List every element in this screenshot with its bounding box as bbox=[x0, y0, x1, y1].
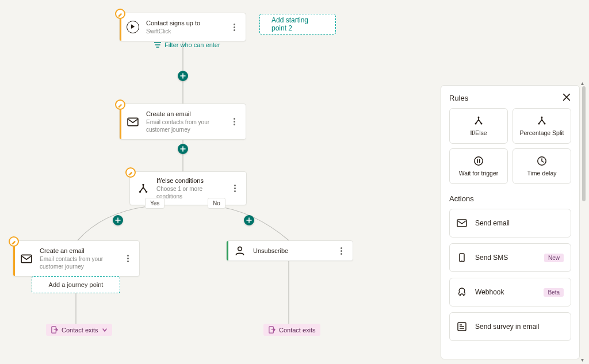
action-send-survey[interactable]: Send survey in email bbox=[449, 312, 571, 341]
rule-percentage-split[interactable]: Percentage Split bbox=[512, 108, 571, 144]
badge-beta: Beta bbox=[544, 288, 564, 297]
add-step-button[interactable] bbox=[178, 144, 188, 154]
label: Wait for trigger bbox=[459, 170, 498, 177]
close-button[interactable] bbox=[560, 90, 573, 104]
node-create-email-2[interactable]: Create an email Email contacts from your… bbox=[13, 240, 140, 277]
node-accent bbox=[227, 241, 228, 260]
mail-icon bbox=[127, 116, 139, 128]
play-icon bbox=[127, 21, 139, 33]
label: If/Else bbox=[470, 129, 487, 136]
exit-icon bbox=[51, 326, 58, 334]
label: Contact exits bbox=[279, 327, 316, 334]
rule-wait-trigger[interactable]: Wait for trigger bbox=[449, 148, 508, 184]
branch-yes-label: Yes bbox=[145, 198, 165, 209]
branch-no-label: No bbox=[208, 198, 225, 209]
node-subtitle: Email contacts from your customer journe… bbox=[40, 255, 118, 270]
pencil-icon[interactable] bbox=[9, 236, 19, 247]
badge-new: New bbox=[544, 254, 564, 262]
scroll-up-icon: ▴ bbox=[581, 80, 584, 86]
node-menu-icon[interactable] bbox=[230, 185, 239, 192]
add-step-button[interactable] bbox=[113, 215, 123, 225]
node-create-email-1[interactable]: Create an email Email contacts from your… bbox=[119, 104, 246, 140]
person-icon bbox=[234, 244, 246, 257]
node-title: Create an email bbox=[40, 247, 118, 255]
pencil-icon[interactable] bbox=[115, 9, 125, 19]
pencil-icon[interactable] bbox=[125, 167, 136, 178]
node-menu-icon[interactable] bbox=[123, 255, 132, 262]
node-menu-icon[interactable] bbox=[336, 247, 346, 255]
split-icon bbox=[537, 116, 547, 126]
webhook-icon bbox=[457, 287, 467, 297]
rules-grid: If/Else Percentage Split Wait for trigge… bbox=[449, 108, 571, 184]
label: Send SMS bbox=[475, 254, 536, 262]
phone-icon bbox=[457, 252, 467, 263]
contact-exits-right[interactable]: Contact exits bbox=[263, 324, 320, 336]
rules-title: Rules bbox=[449, 94, 571, 102]
mail-icon bbox=[457, 218, 467, 228]
node-unsubscribe[interactable]: Unsubscribe bbox=[226, 240, 353, 261]
add-journey-point-button[interactable]: Add a journey point bbox=[32, 276, 120, 293]
side-panel: Rules If/Else Percentage Split Wait for … bbox=[441, 85, 580, 359]
close-icon bbox=[562, 93, 571, 102]
contact-exits-left[interactable]: Contact exits bbox=[46, 324, 112, 336]
exit-icon bbox=[268, 326, 276, 334]
rule-time-delay[interactable]: Time delay bbox=[512, 148, 571, 184]
filter-who-can-enter-link[interactable]: Filter who can enter bbox=[154, 41, 220, 48]
add-starting-point-button[interactable]: Add starting point 2 bbox=[259, 14, 336, 35]
label: Filter who can enter bbox=[165, 41, 220, 48]
label: Time delay bbox=[527, 170, 557, 177]
node-subtitle: SwiftClick bbox=[146, 28, 225, 35]
label: Add starting point 2 bbox=[271, 16, 324, 32]
label: Percentage Split bbox=[519, 129, 564, 136]
side-panel-container: Rules If/Else Percentage Split Wait for … bbox=[441, 85, 586, 359]
panel-scrollbar[interactable]: ▴ ▾ bbox=[582, 85, 586, 359]
clock-icon bbox=[537, 156, 547, 166]
action-send-email[interactable]: Send email bbox=[449, 209, 571, 237]
node-title: Unsubscribe bbox=[253, 247, 332, 255]
mail-icon bbox=[20, 252, 33, 265]
action-send-sms[interactable]: Send SMS New bbox=[449, 243, 571, 272]
node-menu-icon[interactable] bbox=[230, 24, 239, 31]
rule-ifelse[interactable]: If/Else bbox=[449, 108, 508, 144]
label: Send email bbox=[475, 219, 564, 227]
actions-title: Actions bbox=[449, 194, 571, 203]
survey-icon bbox=[457, 321, 467, 332]
node-subtitle: Email contacts from your customer journe… bbox=[146, 118, 225, 133]
scroll-down-icon: ▾ bbox=[581, 357, 584, 363]
label: Webhook bbox=[475, 288, 536, 296]
node-title: If/else conditions bbox=[156, 177, 225, 185]
node-start[interactable]: Contact signs up to SwiftClick bbox=[119, 13, 246, 41]
node-menu-icon[interactable] bbox=[230, 118, 239, 125]
label: Contact exits bbox=[62, 327, 98, 334]
add-step-button[interactable] bbox=[244, 215, 254, 225]
split-icon bbox=[137, 182, 150, 195]
split-icon bbox=[473, 116, 484, 126]
action-webhook[interactable]: Webhook Beta bbox=[449, 278, 571, 306]
chevron-down-icon bbox=[102, 327, 108, 333]
label: Send survey in email bbox=[475, 323, 564, 331]
pencil-icon[interactable] bbox=[115, 99, 125, 110]
node-title: Contact signs up to bbox=[146, 19, 225, 27]
label: Add a journey point bbox=[49, 281, 104, 288]
filter-icon bbox=[154, 42, 161, 48]
node-title: Create an email bbox=[146, 110, 225, 118]
pause-icon bbox=[473, 156, 484, 166]
add-step-button[interactable] bbox=[178, 71, 188, 81]
